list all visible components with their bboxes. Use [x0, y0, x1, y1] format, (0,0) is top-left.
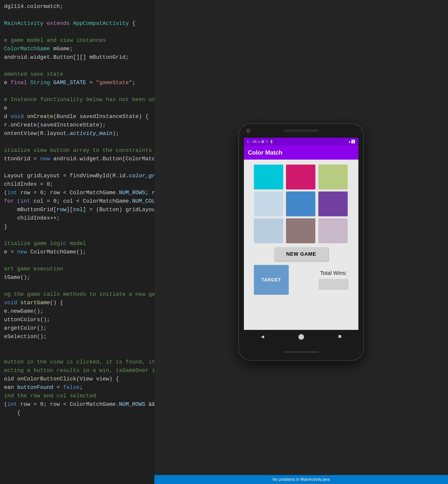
code-line — [0, 11, 154, 19]
status-time: 1 :10 — [247, 140, 257, 144]
color-cell[interactable] — [318, 218, 348, 243]
code-line: e final String GAME_STATE = "gameState"; — [0, 79, 154, 87]
phone-bottom — [239, 344, 363, 360]
code-line — [0, 341, 154, 350]
code-line — [0, 282, 154, 290]
code-line: ColorMatchGame mGame; — [0, 45, 154, 53]
code-line — [0, 62, 154, 70]
color-cell[interactable] — [286, 191, 315, 216]
color-cell[interactable] — [254, 165, 283, 189]
new-game-button[interactable]: NEW GAME — [274, 247, 328, 261]
code-line: button in the view is clicked, it is fou… — [0, 358, 154, 366]
code-line: d void onCreate(Bundle savedInstanceStat… — [0, 113, 154, 121]
code-line — [0, 87, 154, 96]
code-line: (int row = 0; row < ColorMatchGame.NUM_R… — [0, 189, 154, 197]
code-line: mButtonGrid[row][col] = (Button) gridLay… — [0, 206, 154, 214]
code-line: e.newGame(); — [0, 307, 154, 316]
code-line: for (int col = 0; col < ColorMatchGame.N… — [0, 197, 154, 206]
app-bar: Color Match — [244, 146, 358, 160]
code-line: uttonColors(); — [0, 316, 154, 324]
code-line: argetColor(); — [0, 324, 154, 333]
app-title: Color Match — [248, 149, 282, 156]
code-line: (int row = 0; row < ColorMatchGame.NUM_R… — [0, 400, 154, 409]
wins-label: Total Wins: — [320, 270, 347, 276]
code-line: ng the game calls methods to initiate a … — [0, 290, 154, 299]
code-line: emented save state — [0, 70, 154, 79]
status-right: ▲ ▊▊ — [349, 140, 355, 144]
phone-device: 1 :10 ⚙ 🖼 🛡 🔋 ▲ ▊▊ Color Match — [239, 124, 363, 360]
shield-icon: 🛡 — [266, 140, 268, 143]
status-bottom-bar: No problems in MainActivity.java — [154, 475, 448, 484]
color-cell[interactable] — [286, 165, 315, 189]
nav-home-button[interactable]: ⬤ — [298, 333, 304, 340]
target-button[interactable]: TARGET — [254, 265, 289, 295]
code-line: MainActivity extends AppCompatActivity { — [0, 19, 154, 28]
code-line: ind the row and col selected — [0, 392, 154, 400]
code-line: e = new ColorMatchGame(); — [0, 248, 154, 256]
code-line: eSelection(); — [0, 333, 154, 341]
code-line: e game model and view instances — [0, 36, 154, 45]
status-bar: 1 :10 ⚙ 🖼 🛡 🔋 ▲ ▊▊ — [244, 138, 358, 146]
code-line: r.onCreate(savedInstanceState); — [0, 121, 154, 129]
color-cell[interactable] — [254, 191, 283, 216]
battery-icon: 🔋 — [270, 140, 273, 143]
code-line: } — [0, 223, 154, 231]
color-grid — [254, 165, 348, 243]
bottom-section: TARGET Total Wins: — [254, 265, 348, 295]
device-panel: 1 :10 ⚙ 🖼 🛡 🔋 ▲ ▊▊ Color Match — [154, 0, 448, 484]
code-line: void startGame() { — [0, 299, 154, 307]
nav-recents-button[interactable]: ■ — [338, 334, 341, 340]
wins-value — [319, 279, 348, 290]
code-line: dgl114.colormatch; — [0, 2, 154, 11]
color-cell[interactable] — [318, 165, 348, 189]
game-content: NEW GAME TARGET Total Wins: — [244, 160, 358, 330]
code-line — [0, 256, 154, 265]
status-left: 1 :10 ⚙ 🖼 🛡 🔋 — [247, 140, 273, 144]
code-line: ecting a button results in a win, isGame… — [0, 366, 154, 375]
code-line: oid onColorButtonClick(View view) { — [0, 375, 154, 383]
code-line — [0, 163, 154, 172]
code-line: ean buttonFound = false; — [0, 383, 154, 392]
code-line: e — [0, 104, 154, 113]
phone-nav-bar: ◀ ⬤ ■ — [244, 330, 358, 344]
code-line — [0, 350, 154, 358]
code-line: itialize game logic model — [0, 240, 154, 248]
code-line: art game execution — [0, 265, 154, 273]
no-problems-text: No problems in MainActivity.java — [273, 477, 330, 482]
gear-icon: ⚙ — [258, 140, 260, 143]
code-line — [0, 231, 154, 240]
code-line — [0, 28, 154, 36]
phone-speaker — [284, 130, 319, 132]
nav-back-button[interactable]: ◀ — [261, 333, 264, 340]
code-line: e Instance functionality below has not b… — [0, 96, 154, 104]
color-cell[interactable] — [318, 191, 348, 216]
wifi-icon: ▲ — [349, 140, 351, 144]
code-line: itialize view button array to the constr… — [0, 146, 154, 155]
image-icon: 🖼 — [261, 140, 264, 143]
code-line: android.widget.Button[][] mButtonGrid; — [0, 53, 154, 62]
wins-section: Total Wins: — [319, 270, 348, 290]
code-line: childIndex = 0; — [0, 180, 154, 189]
phone-gesture-bar — [284, 351, 319, 353]
signal-icon: ▊▊ — [351, 140, 355, 144]
code-editor: dgl114.colormatch; MainActivity extends … — [0, 0, 154, 484]
code-line — [0, 138, 154, 146]
phone-camera — [246, 129, 250, 133]
code-line: Layout gridLayout = findViewByI​d(R.id.c… — [0, 172, 154, 180]
code-line: childIndex++; — [0, 214, 154, 223]
code-line: { — [0, 409, 154, 417]
phone-top-bar — [239, 124, 363, 138]
code-line: tGame(); — [0, 273, 154, 282]
code-line: ttonGrid = new android.widget.Button[Col… — [0, 155, 154, 163]
color-cell[interactable] — [286, 218, 315, 243]
phone-screen: 1 :10 ⚙ 🖼 🛡 🔋 ▲ ▊▊ Color Match — [244, 138, 358, 330]
code-line: ontentView(R.layout.activity_main); — [0, 129, 154, 138]
color-cell[interactable] — [254, 218, 283, 243]
